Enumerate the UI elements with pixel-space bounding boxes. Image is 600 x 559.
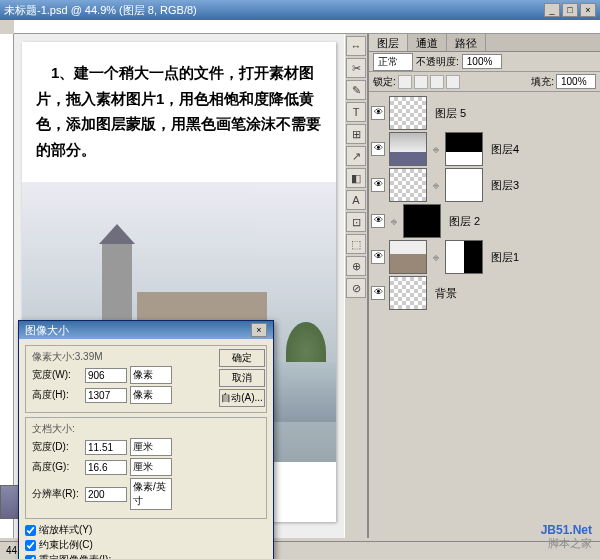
tool-button-9[interactable]: ⬚ (346, 234, 366, 254)
layer-name[interactable]: 图层 2 (449, 214, 480, 229)
tool-button-5[interactable]: ↗ (346, 146, 366, 166)
link-icon: ⎆ (389, 216, 399, 227)
ruler-vertical (0, 34, 14, 538)
tab-channels[interactable]: 通道 (408, 34, 447, 51)
visibility-icon[interactable]: 👁 (371, 286, 385, 300)
tool-button-0[interactable]: ↔ (346, 36, 366, 56)
blend-mode-select[interactable]: 正常 (373, 53, 413, 71)
layer-row[interactable]: 👁⎆图层4 (371, 132, 598, 166)
layer-row[interactable]: 👁⎆图层1 (371, 240, 598, 274)
resolution-input[interactable] (85, 487, 127, 502)
layer-name[interactable]: 图层1 (491, 250, 519, 265)
dialog-close-button[interactable]: × (251, 323, 267, 337)
layer-thumb[interactable] (389, 276, 427, 310)
lock-pixels-icon[interactable] (414, 75, 428, 89)
visibility-icon[interactable]: 👁 (371, 106, 385, 120)
mask-thumb[interactable] (403, 204, 441, 238)
opacity-label: 不透明度: (416, 55, 459, 69)
window-titlebar: 未标题-1.psd @ 44.9% (图层 8, RGB/8) _ □ × (0, 0, 600, 20)
image-size-dialog: 图像大小 × 确定 取消 自动(A)... 像素大小:3.39M 宽度(W):像… (18, 320, 274, 559)
tool-button-2[interactable]: ✎ (346, 80, 366, 100)
tab-paths[interactable]: 路径 (447, 34, 486, 51)
tool-strip: ↔✂✎T⊞↗◧A⊡⬚⊕⊘ (344, 34, 368, 538)
tab-layers[interactable]: 图层 (369, 34, 408, 51)
visibility-icon[interactable]: 👁 (371, 142, 385, 156)
window-title: 未标题-1.psd @ 44.9% (图层 8, RGB/8) (4, 3, 197, 18)
fill-label: 填充: (531, 75, 554, 89)
dialog-title: 图像大小 (25, 323, 69, 337)
close-button[interactable]: × (580, 3, 596, 17)
layer-row[interactable]: 👁背景 (371, 276, 598, 310)
tool-button-10[interactable]: ⊕ (346, 256, 366, 276)
layer-thumb[interactable] (389, 96, 427, 130)
layer-name[interactable]: 图层3 (491, 178, 519, 193)
link-icon: ⎆ (431, 180, 441, 191)
maximize-button[interactable]: □ (562, 3, 578, 17)
mask-thumb[interactable] (445, 240, 483, 274)
mask-thumb[interactable] (445, 168, 483, 202)
layer-name[interactable]: 图层 5 (435, 106, 466, 121)
pixel-dim-label: 像素大小:3.39M (32, 350, 260, 364)
fill-input[interactable]: 100% (556, 74, 596, 89)
scale-styles-checkbox[interactable] (25, 525, 36, 536)
link-icon: ⎆ (431, 144, 441, 155)
layer-list: 👁图层 5👁⎆图层4👁⎆图层3👁⎆图层 2👁⎆图层1👁背景 (369, 92, 600, 522)
tutorial-text: 1、建一个稍大一点的文件，打开素材图片，拖入素材图片1，用色相饱和度降低黄色，添… (36, 60, 322, 162)
layer-thumb[interactable] (389, 168, 427, 202)
layer-row[interactable]: 👁⎆图层3 (371, 168, 598, 202)
mask-thumb[interactable] (445, 132, 483, 166)
lock-all-icon[interactable] (446, 75, 460, 89)
panel-tabs: 图层 通道 路径 (369, 34, 600, 52)
tool-button-7[interactable]: A (346, 190, 366, 210)
layer-name[interactable]: 背景 (435, 286, 457, 301)
lock-label: 锁定: (373, 75, 396, 89)
visibility-icon[interactable]: 👁 (371, 214, 385, 228)
doc-height-input[interactable] (85, 460, 127, 475)
tool-button-11[interactable]: ⊘ (346, 278, 366, 298)
lock-transparency-icon[interactable] (398, 75, 412, 89)
visibility-icon[interactable]: 👁 (371, 250, 385, 264)
watermark-text: 脚本之家 (548, 536, 592, 551)
tool-button-8[interactable]: ⊡ (346, 212, 366, 232)
opacity-input[interactable]: 100% (462, 54, 502, 69)
doc-width-input[interactable] (85, 440, 127, 455)
ruler-horizontal (14, 20, 600, 34)
tool-button-4[interactable]: ⊞ (346, 124, 366, 144)
layer-thumb[interactable] (389, 132, 427, 166)
doc-dim-label: 文档大小: (32, 422, 260, 436)
px-height-input[interactable] (85, 388, 127, 403)
px-height-unit[interactable]: 像素 (130, 386, 172, 404)
layer-name[interactable]: 图层4 (491, 142, 519, 157)
constrain-checkbox[interactable] (25, 540, 36, 551)
px-width-input[interactable] (85, 368, 127, 383)
layers-panel: 图层 通道 路径 正常 不透明度: 100% 锁定: 填充: 100% 👁图层 … (368, 34, 600, 538)
tool-button-1[interactable]: ✂ (346, 58, 366, 78)
visibility-icon[interactable]: 👁 (371, 178, 385, 192)
minimize-button[interactable]: _ (544, 3, 560, 17)
layer-row[interactable]: 👁⎆图层 2 (371, 204, 598, 238)
resample-checkbox[interactable] (25, 555, 36, 560)
tool-button-3[interactable]: T (346, 102, 366, 122)
layer-thumb[interactable] (389, 240, 427, 274)
link-icon: ⎆ (431, 252, 441, 263)
tool-button-6[interactable]: ◧ (346, 168, 366, 188)
layer-row[interactable]: 👁图层 5 (371, 96, 598, 130)
watermark-jb51: JB51.Net (541, 523, 592, 537)
lock-position-icon[interactable] (430, 75, 444, 89)
px-width-unit[interactable]: 像素 (130, 366, 172, 384)
